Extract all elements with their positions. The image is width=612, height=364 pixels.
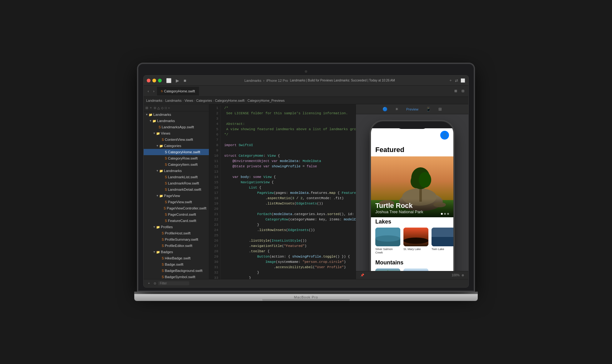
tree-label-pageview: PageView.swift [168,200,192,204]
tree-label-pagecontrol: PageControl.swift [168,213,196,216]
tree-search-icon[interactable]: ○ [168,106,170,110]
file-tab-categoryhome[interactable]: S CategoryHome.swift [157,87,199,96]
color-scheme-icon[interactable]: 🔵 [381,106,389,112]
file-tree[interactable]: ⊟ ＋ ⊙ △ ◇ □ ○ ▼ 📁 Landmarks [144,104,209,279]
profile-button[interactable]: 👤 [440,131,449,140]
tree-warning-icon[interactable]: ◇ [161,106,164,110]
tree-item-categoryitem[interactable]: S CategoryItem.swift [144,161,209,168]
landmark-card-chilkoot[interactable]: Chilkoot Trail [375,268,400,271]
preview-pin-icon[interactable]: 📌 [358,273,366,278]
dot-2 [444,213,446,215]
swift-icon-profilesummary: S [162,238,164,241]
tree-item-contentview[interactable]: S ContentView.swift [144,136,209,143]
code-line-3 [224,116,356,121]
layout-icon[interactable]: ⊞ [437,106,444,112]
tree-item-profilesummary[interactable]: S ProfileSummary.swift [144,236,209,243]
swift-icon-badge: S [162,263,164,266]
version-btn[interactable]: ⊙ [152,281,158,286]
grid-view-icon[interactable]: ⊞ [453,88,459,94]
tree-label-categories: Categories [164,144,181,148]
swift-icon-pageview: S [165,200,167,204]
tree-item-profiles[interactable]: ▼ 📁 Profiles [144,224,209,230]
preview-label[interactable]: Preview [404,106,420,112]
bc-file: CategoryHome.swift [215,99,245,102]
tree-root[interactable]: ▼ 📁 Landmarks [144,111,209,118]
tree-label-contentview: ContentView.swift [165,138,193,141]
iphone-mockup: 👤 Featured [370,121,454,271]
fullscreen-button[interactable] [158,79,162,82]
tree-label-pageviewcontroller: PageViewController.swift [167,206,206,210]
landmark-card-silver-salmon[interactable]: Silver Salmon Creek [375,228,400,254]
tree-item-badgebg[interactable]: S BadgeBackground.swift [144,268,209,274]
tree-label-profiles: Profiles [161,225,173,229]
lakes-row: Silver Salmon Creek [371,228,453,258]
mary-lake-svg [403,228,428,246]
tree-item-views[interactable]: ▼ 📁 Views [144,130,209,136]
tree-item-landmarks-sub[interactable]: ▼ 📁 Landmarks [144,168,209,174]
tree-item-landmarklist[interactable]: S LandmarkList.swift [144,174,209,180]
tree-item-landmarkdetail[interactable]: S LandmarkDetail.swift [144,186,209,193]
run-button[interactable]: ▶ [175,77,180,84]
tree-filter-icon[interactable]: ⊙ [154,106,156,110]
nav-forward-btn[interactable]: › [152,88,156,94]
add-file-btn[interactable]: + [146,281,152,286]
tree-item-profileeditor[interactable]: S ProfileEditor.swift [144,243,209,249]
landmark-card-mcdonald[interactable]: Lake McDonald [403,268,428,271]
editor-bottom-bar: + ⊙ [144,279,468,287]
tree-item-categories[interactable]: ▼ 📁 Categories [144,143,209,149]
tree-label-categoryitem: CategoryItem.swift [168,163,198,166]
tree-item-badges[interactable]: ▼ 📁 Badges [144,249,209,255]
zoom-fit-icon[interactable]: ⊕ [460,273,466,278]
tree-item-pageviewcontroller[interactable]: S PageViewController.swift [144,205,209,211]
tree-item-badge[interactable]: S Badge.swift [144,261,209,268]
tree-add-icon[interactable]: ＋ [149,106,152,110]
filter-input[interactable] [158,281,189,285]
bc-categories: Categories [196,99,212,102]
tree-label-badge: Badge.swift [165,263,183,266]
tree-item-hikebadge[interactable]: S HikeBadge.swift [144,255,209,261]
code-line-11: @EnvironmentObject var modelData: ModelD… [224,159,356,164]
tree-item-categoryhome[interactable]: S CategoryHome.swift [144,149,209,155]
code-editor[interactable]: 12345 678910 1112131415 1617181920 21222… [209,104,356,279]
code-line-26: .listStyle(InsetListStyle()) [224,238,356,243]
tree-item-landmarkrow[interactable]: S LandmarkRow.swift [144,180,209,186]
code-line-20 [224,206,356,212]
tree-item-categoryrow[interactable]: S CategoryRow.swift [144,155,209,161]
inspector-toggle-icon[interactable]: ⬜ [461,78,465,83]
code-line-30: Image(systemName: "person.crop.circle") [224,259,356,265]
code-line-1: /* [224,106,356,111]
stop-button[interactable]: ■ [182,77,187,84]
tree-item-featurecard[interactable]: S FeatureCard.swift [144,218,209,224]
swift-icon-landmarkdetail: S [165,188,167,191]
swift-icon-pagecontrol: S [165,213,167,216]
landmark-img-silver-salmon [375,228,400,246]
tree-item-badgesymbol[interactable]: S BadgeSymbol.swift [144,274,209,279]
code-line-15: NavigationView { [224,180,356,185]
tree-item-landmarksapp[interactable]: S LandmarksApp.swift [144,124,209,130]
tree-group-landmarks[interactable]: ▼ 📁 Landmarks [144,118,209,124]
appearance-icon[interactable]: ☀ [393,106,401,112]
device-frame-icon[interactable]: 📱 [424,106,433,112]
tree-label-categoryhome: CategoryHome.swift [168,150,200,154]
tree-item-pageview[interactable]: S PageView.swift [144,199,209,205]
swift-icon-featurecard: S [165,219,167,223]
tree-item-profilehost[interactable]: S ProfileHost.swift [144,230,209,236]
tree-rect-icon[interactable]: □ [165,106,167,110]
tree-item-pageview-folder[interactable]: ▼ 📁 PageView [144,193,209,199]
tree-sort-icon[interactable]: △ [157,106,160,110]
code-line-12: @State private var showingProfile = fals… [224,164,356,169]
svg-point-12 [375,235,400,242]
nav-back-btn[interactable]: ‹ [146,88,151,94]
landmark-card-mary-lake[interactable]: St. Mary Lake [403,228,428,254]
tree-label-pageview-folder: PageView [164,194,180,198]
close-button[interactable] [147,79,151,82]
tree-nav-icon[interactable]: ⊟ [146,106,148,110]
add-icon[interactable]: ＋ [449,78,452,83]
tree-item-pagecontrol[interactable]: S PageControl.swift [144,211,209,218]
sidebar-toggle-icon[interactable]: ⬜ [165,77,173,84]
landmark-card-twin-lake[interactable]: Twin Lake [432,228,453,254]
split-view-icon[interactable]: ⊟ [460,88,466,94]
build-status: Landmarks | Build for Previews Landmarks… [290,79,395,82]
minimize-button[interactable] [152,79,156,82]
layout-swap-icon[interactable]: ⇄ [455,78,458,83]
